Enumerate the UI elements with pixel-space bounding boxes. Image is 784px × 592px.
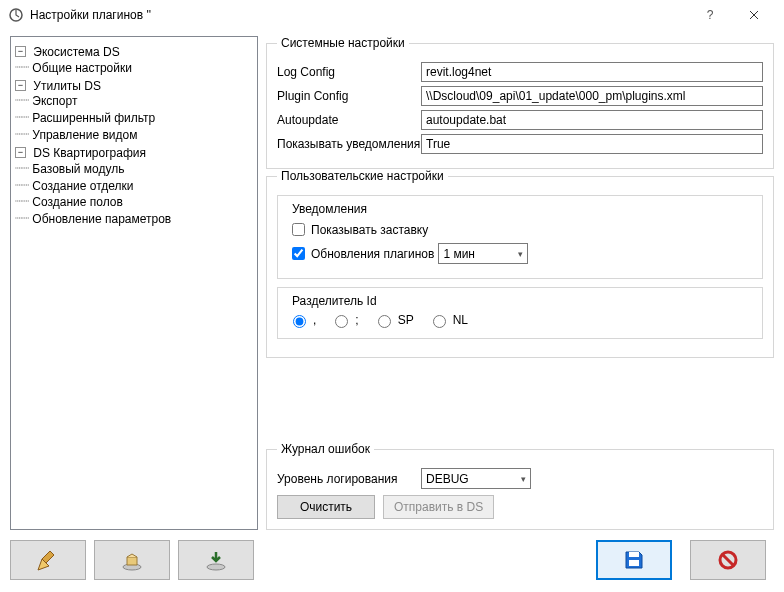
tree-toggle-kvart[interactable]: − (15, 147, 26, 158)
sep-radio-nl[interactable]: NL (428, 312, 468, 328)
tree-node-eco[interactable]: Экосистема DS (33, 45, 119, 59)
user-settings-legend: Пользовательские настройки (277, 169, 448, 183)
clean-button[interactable] (10, 540, 86, 580)
user-settings-group: Пользовательские настройки Уведомления П… (266, 169, 774, 358)
tree-toggle-eco[interactable]: − (15, 46, 26, 57)
logconfig-label: Log Config (277, 65, 421, 79)
download-button[interactable] (178, 540, 254, 580)
sep-radio-comma[interactable]: , (288, 312, 316, 328)
shownotify-label: Показывать уведомления (277, 137, 421, 151)
tree-leaf[interactable]: Создание отделки (32, 178, 133, 192)
titlebar: Настройки плагинов '' ? (0, 0, 784, 30)
autoupdate-field[interactable]: autoupdate.bat (421, 110, 763, 130)
bottom-toolbar (10, 536, 774, 584)
send-log-button: Отправить в DS (383, 495, 494, 519)
loglevel-label: Уровень логирования (277, 472, 421, 486)
prohibit-icon (716, 548, 740, 572)
tree-leaf[interactable]: Обновление параметров (32, 212, 171, 226)
notifications-legend: Уведомления (288, 202, 371, 216)
shownotify-field[interactable]: True (421, 134, 763, 154)
loglevel-select[interactable]: DEBUG ▾ (421, 468, 531, 489)
nav-tree: − Экосистема DS ┈┈ Общие настройки − Ути… (10, 36, 258, 530)
show-splash-label: Показывать заставку (311, 223, 428, 237)
plugin-updates-checkbox[interactable] (292, 247, 305, 260)
clear-log-button[interactable]: Очистить (277, 495, 375, 519)
window-title: Настройки плагинов '' (30, 8, 688, 22)
separator-group: Разделитель Id , ; SP NL (277, 287, 763, 339)
sep-radio-sp[interactable]: SP (373, 312, 414, 328)
tree-leaf[interactable]: Базовый модуль (32, 162, 124, 176)
separator-legend: Разделитель Id (288, 294, 381, 308)
tree-node-util[interactable]: Утилиты DS (33, 78, 101, 92)
help-button[interactable]: ? (688, 1, 732, 29)
chevron-down-icon: ▾ (521, 474, 526, 484)
tree-node-kvart[interactable]: DS Квартирография (33, 146, 146, 160)
pluginconfig-field[interactable]: \\Dscloud\09_api\01_update\000_pm\plugin… (421, 86, 763, 106)
save-icon (622, 548, 646, 572)
tree-leaf[interactable]: Общие настройки (32, 61, 132, 75)
box-icon (120, 548, 144, 572)
tree-leaf[interactable]: Управление видом (32, 128, 137, 142)
save-button[interactable] (596, 540, 672, 580)
update-interval-select[interactable]: 1 мин ▾ (438, 243, 528, 264)
tree-leaf[interactable]: Экспорт (32, 94, 77, 108)
svg-point-2 (207, 564, 225, 570)
errorlog-group: Журнал ошибок Уровень логирования DEBUG … (266, 442, 774, 530)
autoupdate-label: Autoupdate (277, 113, 421, 127)
app-icon (8, 7, 24, 23)
download-icon (204, 548, 228, 572)
chevron-down-icon: ▾ (518, 249, 523, 259)
system-settings-group: Системные настройки Log Config revit.log… (266, 36, 774, 169)
plugin-updates-label: Обновления плагинов (311, 247, 434, 261)
system-settings-legend: Системные настройки (277, 36, 409, 50)
svg-rect-4 (629, 560, 639, 566)
broom-icon (36, 548, 60, 572)
sep-radio-semicolon[interactable]: ; (330, 312, 358, 328)
close-button[interactable] (732, 1, 776, 29)
tree-leaf[interactable]: Расширенный фильтр (32, 111, 155, 125)
logconfig-field[interactable]: revit.log4net (421, 62, 763, 82)
svg-rect-3 (629, 552, 639, 557)
errorlog-legend: Журнал ошибок (277, 442, 374, 456)
tree-leaf[interactable]: Создание полов (32, 195, 123, 209)
notifications-group: Уведомления Показывать заставку Обновлен… (277, 195, 763, 279)
show-splash-checkbox[interactable] (292, 223, 305, 236)
tree-toggle-util[interactable]: − (15, 80, 26, 91)
package-button[interactable] (94, 540, 170, 580)
cancel-button[interactable] (690, 540, 766, 580)
pluginconfig-label: Plugin Config (277, 89, 421, 103)
